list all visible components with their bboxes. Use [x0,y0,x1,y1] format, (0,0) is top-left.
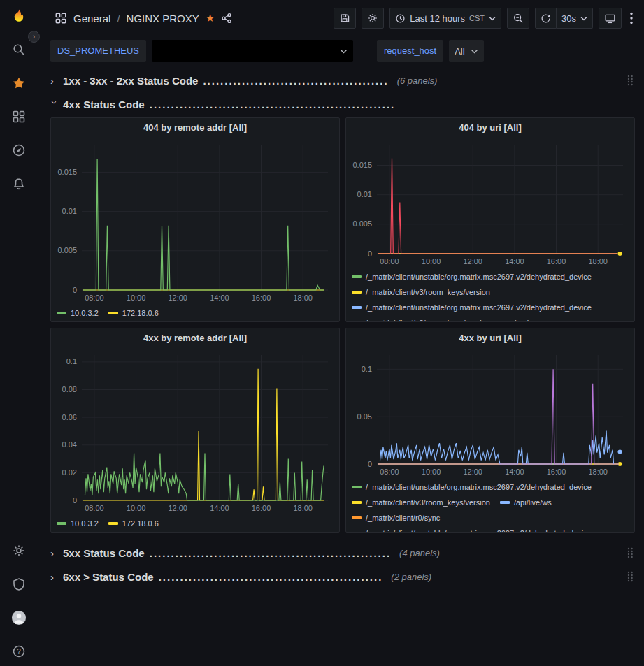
variable-label-request-host: request_host [377,40,443,62]
legend-item[interactable]: /api/live/ws [500,498,552,507]
breadcrumb-section[interactable]: General [73,13,110,24]
row-drag-handle[interactable] [627,74,635,87]
row-panel-count: (4 panels) [399,548,440,558]
share-icon[interactable] [221,13,232,24]
zoom-out-button[interactable] [507,8,529,29]
row-title-dots: ........................................… [159,571,383,583]
legend-item[interactable]: /_matrix/client/v3/room_keys/version [352,288,490,296]
refresh-interval-dropdown[interactable]: 30s [557,8,593,29]
starred-dashboards-icon[interactable] [11,75,27,91]
row-5xx[interactable]: › 5xx Status Code ......................… [50,542,635,563]
legend-item[interactable]: /_matrix/client/unstable/org.matrix.msc2… [352,483,592,491]
panel-404-by-uri: 404 by uri [All] 00.0050.010.01508:0010:… [345,117,635,322]
more-menu-button[interactable] [627,12,636,24]
panel-title[interactable]: 4xx by uri [All] [352,328,629,348]
svg-text:08:00: 08:00 [380,468,399,476]
breadcrumb: General / NGINX PROXY ★ [55,12,232,24]
alerting-bell-icon[interactable] [11,176,27,191]
dashboards-icon[interactable] [11,109,27,124]
svg-text:18:00: 18:00 [293,504,313,512]
legend-item[interactable]: /_matrix/client/v3/room_keys/version [352,498,490,507]
legend-series-swatch-icon [352,291,362,294]
time-series-chart[interactable]: 00.050.108:0010:0012:0014:0016:0018:00 [352,348,629,478]
legend-item[interactable]: /_matrix/client/v3/room_keys/version [352,319,490,322]
row-1xx-3xx-2xx[interactable]: › 1xx - 3xx - 2xx Status Code ..........… [50,70,635,91]
row-title-dots: ........................................… [203,75,388,87]
sidebar: ? [0,0,38,666]
time-series-chart[interactable]: 00.020.040.060.080.108:0010:0012:0014:00… [57,348,334,514]
svg-text:10:00: 10:00 [127,504,146,512]
panel-legend: 10.0.3.2172.18.0.6 [57,516,334,531]
panel-legend: 10.0.3.2172.18.0.6 [57,305,334,321]
legend-series-label: /_matrix/client/unstable/org.matrix.msc2… [366,529,592,533]
svg-text:14:00: 14:00 [505,257,524,266]
svg-text:0.04: 0.04 [62,440,77,449]
legend-item[interactable]: /_matrix/client/unstable/org.matrix.msc2… [352,273,592,281]
legend-series-label: 10.0.3.2 [71,519,99,528]
refresh-button[interactable] [535,8,557,29]
explore-compass-icon[interactable] [11,143,27,158]
search-icon[interactable] [11,42,27,57]
panel-title[interactable]: 404 by uri [All] [352,118,629,138]
svg-text:0.1: 0.1 [362,365,372,373]
chevron-down-icon [471,49,478,54]
legend-item[interactable]: 10.0.3.2 [57,309,99,317]
legend-series-label: /_matrix/client/unstable/org.matrix.msc2… [366,303,592,312]
panel-title[interactable]: 404 by remote addr [All] [57,118,334,138]
time-series-chart[interactable]: 00.0050.010.01508:0010:0012:0014:0016:00… [352,138,629,268]
svg-text:10:00: 10:00 [422,257,441,266]
legend-series-swatch-icon [500,321,510,322]
sidebar-expand-button[interactable]: › [28,31,40,43]
panel-row-top: 404 by remote addr [All] 00.0050.010.015… [50,117,635,322]
server-admin-shield-icon[interactable] [11,577,27,592]
svg-text:0: 0 [368,460,372,468]
dashboard-body: › 1xx - 3xx - 2xx Status Code ..........… [38,70,644,587]
breadcrumb-separator: / [117,13,120,24]
svg-text:0.05: 0.05 [357,412,372,421]
chevron-down-icon [580,16,587,21]
kebab-icon [630,12,633,24]
svg-text:0: 0 [73,496,77,505]
svg-text:12:00: 12:00 [168,504,187,512]
svg-text:12:00: 12:00 [463,257,482,266]
legend-series-swatch-icon [352,486,362,488]
row-4xx[interactable]: › 4xx Status Code ......................… [50,94,635,115]
legend-item[interactable]: /_matrix/client/r0/sync [352,514,440,522]
gear-icon [367,13,378,24]
svg-text:14:00: 14:00 [210,294,229,302]
variable-value-ds-dropdown[interactable] [152,40,353,62]
svg-text:16:00: 16:00 [252,504,271,512]
svg-text:0.015: 0.015 [352,161,372,169]
legend-item[interactable]: 172.18.0.6 [108,309,159,317]
legend-series-swatch-icon [500,501,510,504]
configuration-gear-icon[interactable] [11,543,27,558]
row-drag-handle[interactable] [627,570,635,583]
legend-item[interactable]: /sw.js [500,319,533,322]
legend-item[interactable]: 10.0.3.2 [57,519,99,528]
user-avatar[interactable] [11,610,27,625]
time-range-picker[interactable]: Last 12 hours CST [389,8,501,29]
legend-series-label: /_matrix/client/v3/room_keys/version [366,288,490,296]
variable-value-request-host-dropdown[interactable]: All [449,40,483,62]
variable-label-ds: DS_PROMETHEUS [50,40,146,62]
legend-series-swatch-icon [352,306,362,309]
row-6xx[interactable]: › 6xx > Status Code ....................… [50,566,635,587]
refresh-interval-label: 30s [561,13,576,24]
dashboard-settings-button[interactable] [362,8,384,29]
time-series-chart[interactable]: 00.0050.010.01508:0010:0012:0014:0016:00… [57,138,334,304]
legend-series-swatch-icon [352,532,362,533]
row-drag-handle[interactable] [627,546,635,559]
grafana-logo[interactable] [11,8,27,24]
legend-item[interactable]: 172.18.0.6 [108,519,159,528]
breadcrumb-dashboard-title[interactable]: NGINX PROXY [127,13,199,24]
svg-text:0: 0 [368,249,372,258]
save-dashboard-button[interactable] [334,8,356,29]
panel-title[interactable]: 4xx by remote addr [All] [57,328,334,348]
tv-mode-button[interactable] [599,8,622,29]
help-icon[interactable]: ? [11,644,27,659]
svg-text:0.005: 0.005 [57,246,77,254]
legend-item[interactable]: /_matrix/client/unstable/org.matrix.msc2… [352,529,592,533]
legend-series-swatch-icon [352,501,362,504]
legend-item[interactable]: /_matrix/client/unstable/org.matrix.msc2… [352,303,592,312]
favorite-star-icon[interactable]: ★ [206,12,215,24]
